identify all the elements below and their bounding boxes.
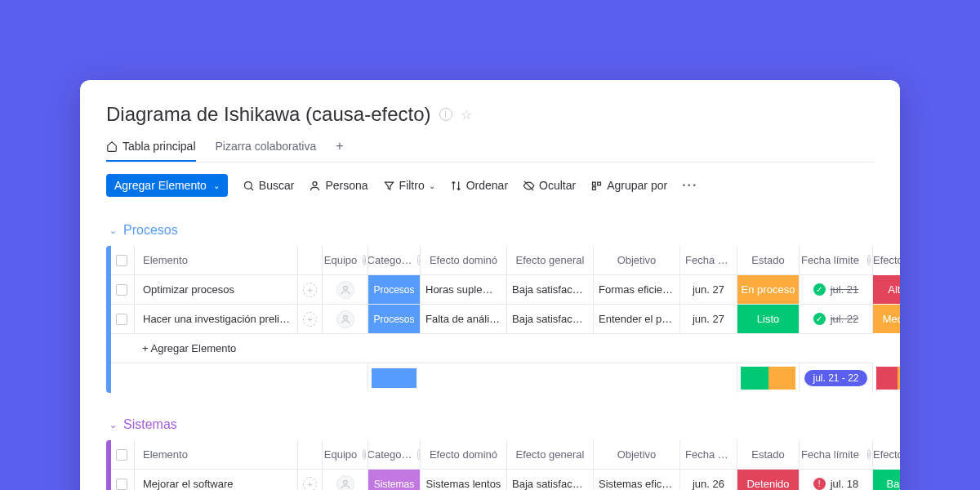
avatar[interactable]	[336, 310, 354, 328]
col-start[interactable]: Fecha de ini…	[679, 246, 737, 274]
col-category[interactable]: Catego…i	[368, 246, 420, 274]
cell-deadline[interactable]: !jul. 18	[799, 470, 872, 490]
col-domino[interactable]: Efecto dominó	[420, 246, 506, 274]
tab-main-label: Tabla principal	[122, 140, 196, 153]
cell-start[interactable]: jun. 27	[693, 313, 724, 325]
add-element-button[interactable]: Agregar Elemento ⌄	[106, 174, 228, 197]
more-menu[interactable]: ···	[682, 178, 697, 193]
group-color-bar	[106, 246, 111, 393]
tab-add[interactable]: +	[336, 139, 343, 162]
cell-domino[interactable]: Sistemas lentos	[426, 478, 501, 490]
col-status[interactable]: Estado	[737, 440, 799, 469]
person-icon	[309, 180, 321, 192]
search-tool[interactable]: Buscar	[243, 179, 295, 192]
star-icon[interactable]: ☆	[461, 107, 472, 122]
table-row[interactable]: Mejorar el software + Sistemas Sistemas …	[106, 470, 874, 490]
board-card: Diagrama de Ishikawa (causa-efecto) i ☆ …	[80, 80, 900, 490]
info-icon[interactable]: i	[439, 108, 452, 121]
row-checkbox[interactable]	[116, 314, 127, 325]
page-title: Diagrama de Ishikawa (causa-efecto)	[106, 103, 431, 126]
group-icon	[590, 180, 603, 192]
effect-badge[interactable]: Baja	[873, 470, 900, 490]
col-team[interactable]: Equipoi	[322, 440, 368, 469]
cell-general[interactable]: Baja satisfacción y ret…	[512, 313, 588, 325]
group-tool[interactable]: Agrupar por	[590, 179, 667, 192]
table-row[interactable]: Optimizar procesos + Procesos Horas supl…	[106, 275, 874, 305]
title-row: Diagrama de Ishikawa (causa-efecto) i ☆	[106, 103, 874, 126]
category-tag[interactable]: Sistemas	[368, 470, 420, 490]
cell-element[interactable]: Hacer una investigación prelimi…	[143, 313, 292, 325]
cell-domino[interactable]: Horas suplementarias	[425, 283, 501, 296]
expand-icon[interactable]: +	[303, 477, 317, 491]
status-badge[interactable]: Detenido	[737, 470, 799, 490]
add-element-label: Agregar Elemento	[114, 179, 207, 192]
cell-element[interactable]: Mejorar el software	[143, 478, 234, 490]
svg-point-1	[313, 181, 317, 185]
col-element[interactable]: Elemento	[134, 440, 297, 469]
category-tag[interactable]: Procesos	[368, 275, 420, 304]
col-general[interactable]: Efecto general	[506, 440, 593, 469]
svg-point-7	[343, 315, 347, 319]
info-icon[interactable]: i	[867, 255, 871, 265]
hide-tool[interactable]: Ocultar	[523, 179, 576, 192]
col-objective[interactable]: Objetivo	[593, 440, 679, 469]
status-badge[interactable]: En proceso	[737, 275, 799, 304]
cell-start[interactable]: jun. 26	[693, 478, 724, 490]
cell-objective[interactable]: Sistemas eficientes	[599, 478, 675, 490]
col-start[interactable]: Fecha de ini…	[679, 440, 737, 469]
summary-effect	[876, 367, 900, 390]
cell-objective[interactable]: Formas eficientes d…	[599, 283, 675, 296]
row-checkbox[interactable]	[116, 284, 127, 296]
home-icon	[106, 140, 118, 152]
svg-rect-5	[593, 186, 596, 189]
person-tool[interactable]: Persona	[309, 179, 368, 192]
tab-board[interactable]: Pizarra colaborativa	[216, 140, 317, 161]
sort-tool[interactable]: Ordenar	[450, 179, 508, 192]
cell-deadline[interactable]: ✓jul. 21	[799, 275, 872, 304]
group-header-sistemas[interactable]: ⌄ Sistemas	[106, 412, 874, 440]
col-element[interactable]: Elemento	[134, 246, 297, 274]
col-objective[interactable]: Objetivo	[593, 246, 679, 274]
filter-tool[interactable]: Filtro ⌄	[383, 179, 435, 192]
col-team[interactable]: Equipoi	[322, 246, 368, 274]
expand-icon[interactable]: +	[303, 312, 317, 327]
chevron-down-icon: ⌄	[213, 181, 220, 190]
cell-general[interactable]: Baja satisfacción y ret…	[512, 283, 588, 296]
info-icon[interactable]: i	[363, 449, 366, 460]
col-category[interactable]: Catego…i	[368, 440, 420, 469]
table-row[interactable]: Hacer una investigación prelimi… + Proce…	[106, 305, 874, 334]
col-general[interactable]: Efecto general	[506, 246, 593, 274]
toolbar: Agregar Elemento ⌄ Buscar Persona Filtro…	[106, 163, 874, 208]
cell-domino[interactable]: Falta de análisis de la c…	[425, 313, 501, 325]
add-row[interactable]: + Agregar Elemento	[106, 334, 874, 363]
header-checkbox[interactable]	[116, 449, 127, 461]
col-domino[interactable]: Efecto dominó	[420, 440, 506, 469]
cell-deadline[interactable]: ✓jul. 22	[799, 305, 872, 333]
col-status[interactable]: Estado	[737, 246, 799, 274]
group-header-procesos[interactable]: ⌄ Procesos	[106, 218, 874, 246]
expand-icon[interactable]: +	[303, 283, 317, 297]
eye-off-icon	[523, 180, 535, 192]
cell-start[interactable]: jun. 27	[693, 283, 724, 296]
svg-point-6	[343, 286, 347, 290]
sort-icon	[450, 180, 462, 192]
category-tag[interactable]: Procesos	[368, 305, 420, 333]
col-effect[interactable]: Efecto en los	[872, 246, 900, 274]
group-procesos: ⌄ Procesos Elemento Equipoi Catego…i Efe…	[106, 218, 874, 393]
effect-badge[interactable]: Media	[873, 305, 900, 333]
avatar[interactable]	[336, 475, 354, 491]
cell-general[interactable]: Baja satisfacción y ret…	[512, 478, 588, 490]
effect-badge[interactable]: Alta	[873, 275, 900, 304]
status-badge[interactable]: Listo	[737, 305, 799, 333]
cell-element[interactable]: Optimizar procesos	[143, 283, 234, 296]
row-checkbox[interactable]	[116, 479, 127, 490]
col-deadline[interactable]: Fecha límitei	[799, 246, 872, 274]
summary-row: jul. 21 - 22	[106, 363, 874, 393]
info-icon[interactable]: i	[867, 449, 871, 460]
info-icon[interactable]: i	[363, 255, 366, 265]
tab-main[interactable]: Tabla principal	[106, 140, 196, 161]
cell-objective[interactable]: Entender el panorama	[599, 313, 675, 325]
col-deadline[interactable]: Fecha límitei	[799, 440, 872, 469]
col-effect[interactable]: Efecto en los	[872, 440, 900, 469]
avatar[interactable]	[336, 281, 354, 299]
